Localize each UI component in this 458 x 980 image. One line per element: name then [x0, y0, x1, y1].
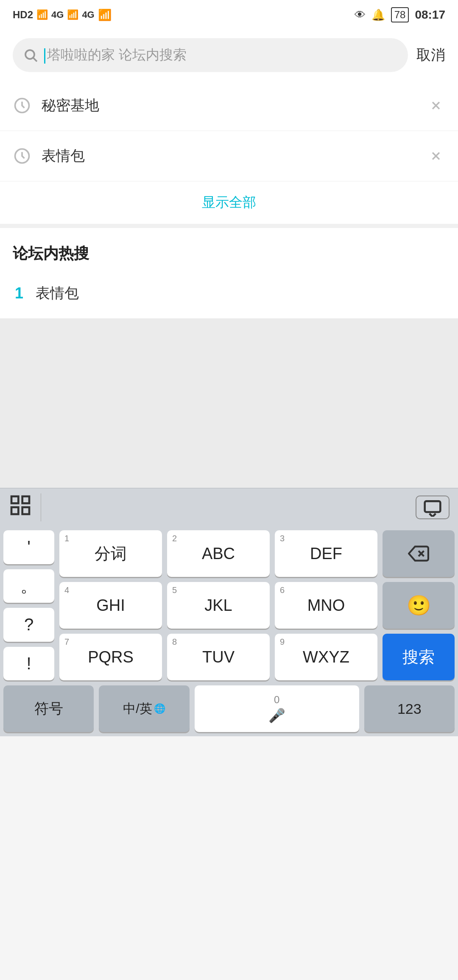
- emoji-icon: 🙂: [407, 594, 431, 617]
- key-label-wxyz: WXYZ: [303, 648, 349, 666]
- signal-icon-2: 📶: [67, 9, 78, 20]
- key-label-mno: MNO: [307, 596, 345, 615]
- key-num-5: 5: [172, 585, 177, 595]
- close-icon-2: [429, 149, 443, 163]
- status-left: HD2 📶 4G 📶 4G 📶: [13, 8, 112, 22]
- key-num-4: 4: [64, 585, 69, 595]
- status-bar: HD2 📶 4G 📶 4G 📶 👁 🔔 78 08:17: [0, 0, 458, 30]
- search-button[interactable]: 搜索: [383, 634, 455, 680]
- close-icon-1: [429, 99, 443, 112]
- search-icon: [23, 47, 38, 63]
- space-num: 0: [274, 694, 279, 706]
- key-num-8: 8: [172, 637, 177, 647]
- key-label-tuv: TUV: [202, 648, 235, 666]
- space-key[interactable]: 0 🎤: [195, 685, 359, 732]
- signal-icon: 📶: [36, 9, 48, 20]
- key-fenci[interactable]: 1 分词: [59, 530, 162, 577]
- wifi-icon: 📶: [98, 8, 112, 22]
- svg-rect-10: [11, 507, 18, 514]
- status-carrier: HD2: [13, 9, 33, 21]
- keyboard-bottom-row: 符号 中/英 🌐 0 🎤 123: [3, 685, 455, 732]
- battery-icon: 78: [391, 7, 409, 22]
- keyboard-row-3: 7 PQRS 8 TUV 9 WXYZ: [59, 634, 377, 680]
- backspace-button[interactable]: [383, 530, 455, 577]
- fuho-button[interactable]: 符号: [3, 685, 94, 732]
- time-display: 08:17: [415, 8, 445, 22]
- status-4g-1: 4G: [51, 9, 64, 20]
- key-period[interactable]: 。: [3, 569, 54, 603]
- gray-area: [0, 318, 458, 488]
- key-label-fenci: 分词: [95, 543, 127, 565]
- toolbar-left: [8, 493, 41, 521]
- show-all-button[interactable]: 显示全部: [0, 181, 458, 228]
- status-right: 👁 🔔 78 08:17: [355, 7, 445, 22]
- keyboard-row-1: 1 分词 2 ABC 3 DEF: [59, 530, 377, 577]
- key-apostrophe[interactable]: ': [3, 530, 54, 564]
- zhong-label: 中/英: [123, 700, 152, 718]
- history-text-2: 表情包: [42, 146, 427, 166]
- key-question[interactable]: ?: [3, 608, 54, 642]
- history-close-2[interactable]: [427, 147, 445, 165]
- key-jkl[interactable]: 5 JKL: [167, 582, 270, 629]
- history-text-1: 秘密基地: [42, 96, 427, 115]
- grid-icon[interactable]: [8, 493, 32, 521]
- key-ghi[interactable]: 4 GHI: [59, 582, 162, 629]
- status-4g-2: 4G: [82, 9, 94, 20]
- emoji-button[interactable]: 🙂: [383, 582, 455, 629]
- backspace-icon: [408, 543, 429, 564]
- svg-rect-8: [11, 496, 18, 503]
- key-label-pqrs: PQRS: [88, 648, 134, 666]
- cancel-button[interactable]: 取消: [416, 45, 445, 65]
- key-num-3: 3: [280, 534, 285, 543]
- history-item-1[interactable]: 秘密基地: [0, 81, 458, 131]
- history-close-1[interactable]: [427, 96, 445, 115]
- eye-icon: 👁: [355, 8, 366, 22]
- key-pqrs[interactable]: 7 PQRS: [59, 634, 162, 680]
- key-label-ghi: GHI: [96, 596, 125, 615]
- svg-point-0: [25, 50, 34, 59]
- keyboard-toolbar: [0, 488, 458, 526]
- toolbar-right: [416, 496, 450, 519]
- key-num-1: 1: [64, 534, 69, 543]
- key-num-6: 6: [280, 585, 285, 595]
- zhong-button[interactable]: 中/英 🌐: [99, 685, 189, 732]
- key-right-col: 🙂 搜索: [383, 530, 455, 680]
- history-item-2[interactable]: 表情包: [0, 131, 458, 181]
- keyboard-main: ' 。 ? ! 1 分词 2 ABC 3 DEF: [3, 530, 455, 680]
- svg-line-1: [34, 58, 37, 61]
- key-label-def: DEF: [310, 545, 342, 563]
- key-wxyz[interactable]: 9 WXYZ: [275, 634, 377, 680]
- content-area: 秘密基地 表情包 显示全部 论坛内热搜 1 表情包: [0, 81, 458, 318]
- dismiss-keyboard-button[interactable]: [416, 496, 450, 519]
- key-num-9: 9: [280, 637, 285, 647]
- cursor: [44, 48, 45, 64]
- dismiss-icon: [423, 498, 442, 517]
- search-bar-area: 塔啦啦的家 论坛内搜索 取消: [0, 30, 458, 81]
- svg-rect-11: [22, 507, 29, 514]
- key-col-left: ' 。 ? !: [3, 530, 54, 680]
- search-input-wrapper[interactable]: 塔啦啦的家 论坛内搜索: [13, 38, 408, 72]
- search-input[interactable]: 塔啦啦的家 论坛内搜索: [44, 46, 398, 64]
- key-num-7: 7: [64, 637, 69, 647]
- key-tuv[interactable]: 8 TUV: [167, 634, 270, 680]
- keyboard-grid: 1 分词 2 ABC 3 DEF 4 GHI 5: [59, 530, 377, 680]
- globe-icon: 🌐: [154, 703, 165, 714]
- keyboard-row-2: 4 GHI 5 JKL 6 MNO: [59, 582, 377, 629]
- key-num-2: 2: [172, 534, 177, 543]
- key-def[interactable]: 3 DEF: [275, 530, 377, 577]
- num123-button[interactable]: 123: [364, 685, 455, 732]
- history-clock-icon-2: [13, 147, 31, 165]
- hot-search-item-1[interactable]: 1 表情包: [13, 277, 445, 310]
- search-label: 搜索: [402, 646, 435, 668]
- hot-search-title: 论坛内热搜: [13, 243, 445, 264]
- bell-icon: 🔔: [371, 8, 385, 22]
- hot-search-section: 论坛内热搜 1 表情包: [0, 228, 458, 318]
- history-clock-icon: [13, 96, 31, 115]
- keyboard: ' 。 ? ! 1 分词 2 ABC 3 DEF: [0, 526, 458, 736]
- key-abc[interactable]: 2 ABC: [167, 530, 270, 577]
- key-mno[interactable]: 6 MNO: [275, 582, 377, 629]
- key-label-jkl: JKL: [204, 596, 232, 615]
- hot-text-1: 表情包: [36, 284, 79, 303]
- svg-rect-9: [22, 496, 29, 503]
- key-exclaim[interactable]: !: [3, 647, 54, 681]
